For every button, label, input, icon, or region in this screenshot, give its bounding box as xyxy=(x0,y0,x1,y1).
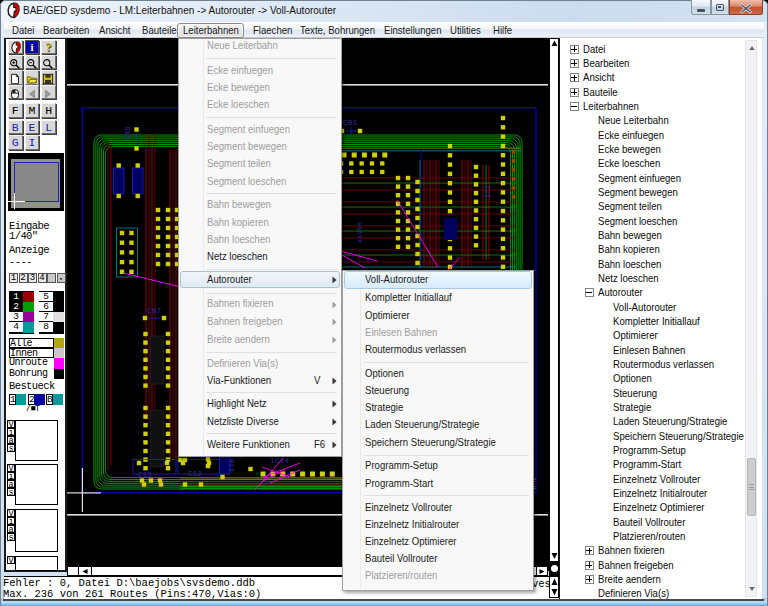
svg-text:C86: C86 xyxy=(124,126,132,140)
svg-text:R03: R03 xyxy=(227,459,235,472)
svg-text:I22: I22 xyxy=(484,185,492,198)
svg-text:C13: C13 xyxy=(138,471,152,479)
svg-text:C07: C07 xyxy=(147,306,162,315)
svg-text:IC14: IC14 xyxy=(270,456,289,465)
svg-text:xs98e: xs98e xyxy=(356,222,364,243)
svg-text:C12: C12 xyxy=(188,470,202,478)
svg-text:C01: C01 xyxy=(343,118,358,127)
